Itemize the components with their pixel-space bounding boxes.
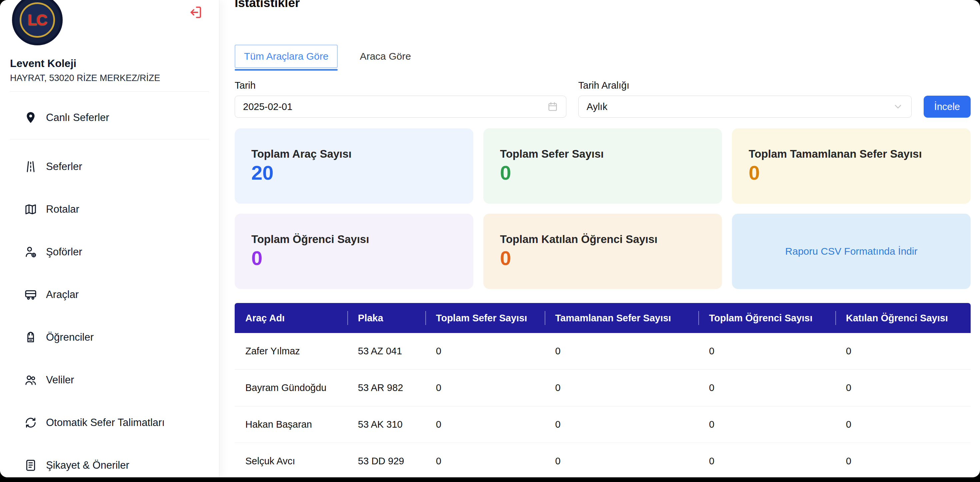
sidebar-item-otomatik-sefer-talimatlari[interactable]: Otomatik Sefer Talimatları [10,401,219,444]
tab-tum-araclara-gore[interactable]: Tüm Araçlara Göre [235,45,338,68]
range-field-group: Tarih Aralığı Aylık [578,80,912,118]
range-value: Aylık [587,101,892,112]
cell-plaka: 53 DD 929 [347,443,425,477]
sidebar-item-soforler[interactable]: Şoförler [10,231,219,273]
sidebar-item-rotalar[interactable]: Rotalar [10,188,219,231]
table-row[interactable]: Bayram Gündoğdu 53 AR 982 0 0 0 0 [235,370,970,406]
column-header-tamamlanan-sefer: Tamamlanan Sefer Sayısı [545,303,698,333]
cell-arac-adi: Bayram Gündoğdu [235,370,347,406]
sidebar-divider [10,91,209,92]
refresh-icon [24,416,37,430]
map-icon [24,203,37,216]
cell-toplam-sefer: 0 [425,406,545,443]
cell-toplam-sefer: 0 [425,370,545,406]
app-window: LC Levent Koleji HAYRAT, 53020 RİZE MERK… [0,0,980,477]
page-title: İstatistikler [235,0,970,10]
stat-card-title: Toplam Katılan Öğrenci Sayısı [500,233,705,246]
cell-tamamlanan-sefer: 0 [545,406,698,443]
sidebar-item-label: Şoförler [46,246,82,258]
column-header-toplam-sefer: Toplam Sefer Sayısı [425,303,545,333]
stat-card-value: 0 [251,248,457,268]
sidebar-menu: Canlı Seferler Seferler Rotalar [10,96,219,477]
sidebar-item-label: Araçlar [46,289,79,301]
school-logo-monogram: LC [20,2,55,38]
cell-katilan-ogrenci: 0 [835,333,970,370]
csv-download-link[interactable]: Raporu CSV Formatında İndir [785,246,918,257]
cell-tamamlanan-sefer: 0 [545,370,698,406]
range-label: Tarih Aralığı [578,80,912,91]
cell-toplam-sefer: 0 [425,333,545,370]
date-value: 2025-02-01 [243,101,547,112]
sidebar-item-sikayet-oneriler[interactable]: Şikayet & Öneriler [10,444,219,477]
vehicle-stats-table: Araç Adı Plaka Toplam Sefer Sayısı Tamam… [235,303,970,477]
sidebar-item-veliler[interactable]: Veliler [10,359,219,401]
cell-plaka: 53 AR 982 [347,370,425,406]
sidebar-item-label: Canlı Seferler [46,112,109,124]
stat-card-toplam-arac: Toplam Araç Sayısı 20 [235,128,473,204]
cell-toplam-ogrenci: 0 [698,443,835,477]
calendar-icon [547,101,558,112]
stat-cards-grid: Toplam Araç Sayısı 20 Toplam Sefer Sayıs… [235,128,970,289]
organization-address: HAYRAT, 53020 RİZE MERKEZ/RİZE [10,73,209,83]
sidebar-item-label: Öğrenciler [46,331,94,343]
sidebar-item-canli-seferler[interactable]: Canlı Seferler [10,96,219,139]
range-select[interactable]: Aylık [578,95,912,118]
column-header-katilan-ogrenci: Katılan Öğrenci Sayısı [835,303,970,333]
cell-arac-adi: Zafer Yılmaz [235,333,347,370]
sidebar-item-seferler[interactable]: Seferler [10,145,219,188]
sidebar-item-label: Otomatik Sefer Talimatları [46,417,165,429]
sidebar-item-label: Şikayet & Öneriler [46,459,129,471]
cell-arac-adi: Hakan Başaran [235,406,347,443]
tab-araca-gore[interactable]: Araca Göre [351,45,419,67]
stat-card-katilan-ogrenci: Toplam Katılan Öğrenci Sayısı 0 [483,214,722,289]
location-pin-icon [24,111,37,124]
incele-button[interactable]: İncele [924,95,970,118]
cell-katilan-ogrenci: 0 [835,443,970,477]
column-header-toplam-ogrenci: Toplam Öğrenci Sayısı [698,303,835,333]
stat-card-title: Toplam Tamamlanan Sefer Sayısı [749,148,954,160]
tab-bar: Tüm Araçlara Göre Araca Göre [235,45,970,68]
driver-icon [24,245,37,259]
column-header-arac-adi: Araç Adı [235,303,347,333]
feedback-icon [24,459,37,472]
sidebar-item-label: Veliler [46,374,74,386]
cell-katilan-ogrenci: 0 [835,406,970,443]
cell-toplam-ogrenci: 0 [698,406,835,443]
sidebar-item-label: Rotalar [46,203,80,215]
stat-card-value: 0 [500,248,705,268]
logout-button[interactable] [187,5,203,20]
stat-card-title: Toplam Öğrenci Sayısı [251,233,457,246]
sidebar-item-araclar[interactable]: Araçlar [10,273,219,316]
main-content: İstatistikler Tüm Araçlara Göre Araca Gö… [220,0,980,477]
cell-plaka: 53 AZ 041 [347,333,425,370]
table-row[interactable]: Hakan Başaran 53 AK 310 0 0 0 0 [235,406,970,443]
table-row[interactable]: Zafer Yılmaz 53 AZ 041 0 0 0 0 [235,333,970,370]
cell-tamamlanan-sefer: 0 [545,333,698,370]
stat-card-title: Toplam Sefer Sayısı [500,148,705,160]
sidebar-item-ogrenciler[interactable]: Öğrenciler [10,316,219,359]
bus-icon [24,288,37,301]
route-icon [24,160,37,173]
cell-toplam-ogrenci: 0 [698,370,835,406]
stat-card-toplam-sefer: Toplam Sefer Sayısı 0 [483,128,722,204]
cell-katilan-ogrenci: 0 [835,370,970,406]
table-header: Araç Adı Plaka Toplam Sefer Sayısı Tamam… [235,303,970,333]
cell-tamamlanan-sefer: 0 [545,443,698,477]
stat-card-toplam-ogrenci: Toplam Öğrenci Sayısı 0 [235,214,473,289]
date-field-group: Tarih 2025-02-01 [235,80,566,118]
sidebar: LC Levent Koleji HAYRAT, 53020 RİZE MERK… [0,0,220,477]
stat-card-value: 0 [749,163,954,183]
cell-toplam-sefer: 0 [425,443,545,477]
date-label: Tarih [235,80,566,91]
date-input[interactable]: 2025-02-01 [235,95,566,118]
sidebar-divider [10,139,209,139]
cell-plaka: 53 AK 310 [347,406,425,443]
organization-name: Levent Koleji [10,57,209,70]
table-row[interactable]: Selçuk Avcı 53 DD 929 0 0 0 0 [235,443,970,477]
stat-card-value: 0 [500,163,705,183]
table-body: Zafer Yılmaz 53 AZ 041 0 0 0 0 Bayram Gü… [235,333,970,477]
stat-card-tamamlanan-sefer: Toplam Tamamlanan Sefer Sayısı 0 [732,128,970,204]
cell-toplam-ogrenci: 0 [698,333,835,370]
sidebar-item-label: Seferler [46,161,82,173]
stat-card-title: Toplam Araç Sayısı [251,148,457,160]
